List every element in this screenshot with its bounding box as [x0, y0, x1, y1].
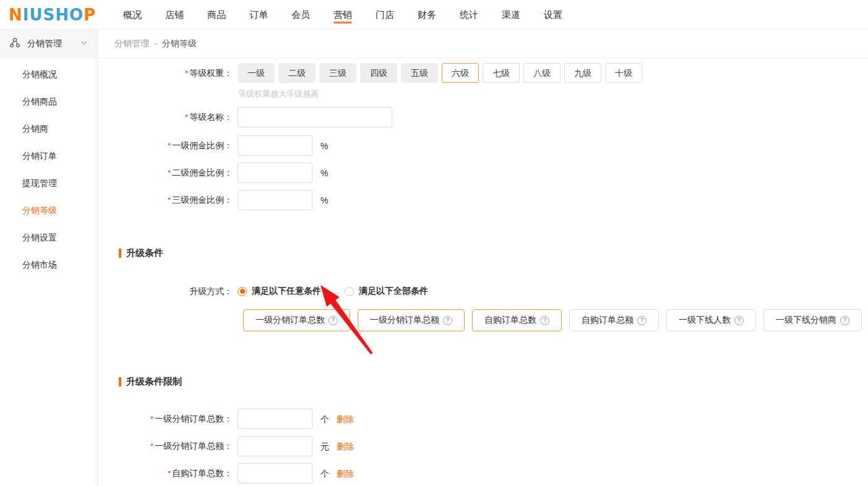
main-nav: 概况 店铺 商品 订单 会员 营销 门店 财务 统计 渠道 设置 — [123, 0, 586, 30]
commission-3-unit: % — [320, 190, 328, 210]
upgrade-limit-title: 升级条件限制 — [119, 376, 868, 388]
radio-selected-icon — [238, 287, 247, 296]
niushop-logo[interactable]: NIUSHOP — [9, 6, 123, 24]
commission-1-unit: % — [320, 136, 328, 156]
commission-1-input[interactable] — [238, 135, 312, 156]
required-mark: * — [168, 195, 171, 205]
limit-2-input[interactable] — [238, 436, 312, 456]
nav-item-statistics[interactable]: 统计 — [460, 0, 478, 30]
nav-item-channels[interactable]: 渠道 — [502, 0, 520, 30]
level-button-7[interactable]: 七级 — [483, 63, 520, 83]
required-mark: * — [185, 113, 188, 122]
commission-2-input[interactable] — [238, 163, 312, 183]
level-weight-hint: 等级权重越大等级越高 — [238, 88, 868, 100]
commission-3-input[interactable] — [238, 190, 312, 210]
chevron-down-icon — [80, 38, 88, 49]
level-button-6[interactable]: 六级 — [442, 63, 479, 83]
nav-item-members[interactable]: 会员 — [291, 0, 310, 30]
required-mark: * — [185, 69, 188, 78]
limit-row-1: *一级分销订单总数： 个 删除 — [98, 409, 868, 429]
cond-btn-downline-distributors[interactable]: 一级下线分销商 ? — [763, 309, 862, 331]
level-name-input[interactable] — [238, 107, 392, 127]
help-icon[interactable]: ? — [540, 316, 549, 325]
limit-row-3: *自购订单总数： 个 删除 — [98, 463, 868, 484]
sidebar-item-distribution-orders[interactable]: 分销订单 — [0, 142, 97, 169]
radio-any-condition[interactable]: 满足以下任意条件 — [238, 286, 321, 297]
limit-2-label: *一级分销订单总额： — [98, 436, 238, 456]
required-mark: * — [168, 168, 171, 177]
level-button-3[interactable]: 三级 — [319, 63, 356, 83]
breadcrumb-current: 分销等级 — [162, 38, 197, 49]
level-weight-row: *等级权重： 一级 二级 三级 四级 五级 六级 七级 八级 九级 十级 — [98, 63, 868, 83]
level-button-9[interactable]: 九级 — [564, 63, 601, 83]
help-icon[interactable]: ? — [443, 316, 452, 325]
nav-item-orders[interactable]: 订单 — [249, 0, 268, 30]
radio-all-conditions[interactable]: 满足以下全部条件 — [345, 286, 428, 297]
main-content: 分销管理 - 分销等级 *等级权重： 一级 二级 三级 四级 五级 — [98, 30, 868, 486]
limit-1-delete-link[interactable]: 删除 — [337, 409, 354, 429]
help-icon[interactable]: ? — [329, 316, 338, 325]
nav-item-shop[interactable]: 店铺 — [165, 0, 184, 30]
limit-2-unit: 元 — [320, 437, 329, 456]
limit-1-label: *一级分销订单总数： — [98, 409, 238, 429]
commission-row-1: *一级佣金比例： % — [98, 135, 868, 156]
required-mark: * — [150, 414, 153, 424]
nav-item-marketing[interactable]: 营销 — [333, 0, 352, 30]
sidebar-group-label: 分销管理 — [27, 38, 62, 49]
help-icon[interactable]: ? — [734, 316, 744, 325]
nav-item-finance[interactable]: 财务 — [418, 0, 436, 30]
level-weight-label: *等级权重： — [98, 63, 238, 83]
sidebar-item-distribution-goods[interactable]: 分销商品 — [0, 88, 97, 115]
level-button-8[interactable]: 八级 — [523, 63, 561, 83]
level-button-4[interactable]: 四级 — [360, 63, 397, 83]
sidebar-item-distribution-settings[interactable]: 分销设置 — [0, 224, 97, 251]
level-button-1[interactable]: 一级 — [238, 63, 275, 83]
help-icon[interactable]: ? — [637, 316, 647, 325]
sidebar: 分销管理 分销概况 分销商品 分销商 分销订单 提现管理 分销等级 分销设置 分… — [0, 30, 98, 486]
commission-3-label: *三级佣金比例： — [98, 190, 238, 210]
help-icon[interactable]: ? — [840, 316, 849, 325]
nav-item-stores[interactable]: 门店 — [376, 0, 394, 30]
level-button-10[interactable]: 十级 — [605, 63, 642, 83]
sidebar-menu: 分销概况 分销商品 分销商 分销订单 提现管理 分销等级 分销设置 分销市场 — [0, 58, 97, 278]
limit-row-2: *一级分销订单总额： 元 删除 — [98, 436, 868, 456]
logo-segment: IUSHO — [23, 6, 84, 24]
level-button-5[interactable]: 五级 — [401, 63, 438, 83]
required-mark: * — [168, 469, 171, 478]
cond-btn-downline-count[interactable]: 一级下线人数 ? — [666, 309, 756, 331]
limit-3-label: *自购订单总数： — [98, 463, 238, 484]
cond-btn-self-order-count[interactable]: 自购订单总数 ? — [472, 309, 562, 331]
condition-buttons: 一级分销订单总数 ? 一级分销订单总额 ? 自购订单总数 ? 自购订单总额 ? — [243, 309, 868, 331]
cond-btn-l1-order-count[interactable]: 一级分销订单总数 ? — [243, 309, 350, 331]
sidebar-item-withdrawal[interactable]: 提现管理 — [0, 169, 97, 197]
logo-segment: N — [9, 6, 23, 24]
limit-1-input[interactable] — [238, 409, 312, 429]
upgrade-condition-title: 升级条件 — [119, 247, 868, 259]
nav-item-goods[interactable]: 商品 — [207, 0, 226, 30]
app-window: NIUSHOP 概况 店铺 商品 订单 会员 营销 门店 财务 统计 渠道 设置 — [0, 0, 868, 486]
limit-3-delete-link[interactable]: 删除 — [337, 464, 354, 484]
cond-btn-self-order-amount[interactable]: 自购订单总额 ? — [569, 309, 659, 331]
limit-1-unit: 个 — [320, 409, 329, 429]
sidebar-item-distributors[interactable]: 分销商 — [0, 115, 97, 142]
breadcrumb: 分销管理 - 分销等级 — [98, 30, 868, 58]
radio-unselected-icon — [345, 287, 354, 296]
nav-item-settings[interactable]: 设置 — [544, 0, 562, 30]
breadcrumb-parent[interactable]: 分销管理 — [114, 38, 149, 49]
sidebar-item-distribution-overview[interactable]: 分销概况 — [0, 61, 97, 88]
nav-item-overview[interactable]: 概况 — [123, 0, 142, 30]
sidebar-item-distribution-level[interactable]: 分销等级 — [0, 197, 97, 224]
limit-3-input[interactable] — [238, 463, 312, 484]
commission-1-label: *一级佣金比例： — [98, 135, 238, 156]
limit-2-delete-link[interactable]: 删除 — [337, 437, 354, 456]
cond-btn-l1-order-amount[interactable]: 一级分销订单总额 ? — [358, 309, 465, 331]
distribution-icon — [9, 36, 21, 51]
level-button-2[interactable]: 二级 — [278, 63, 316, 83]
commission-2-label: *二级佣金比例： — [98, 163, 238, 183]
level-name-row: *等级名称： — [98, 107, 868, 127]
logo-segment: P — [84, 6, 96, 24]
sidebar-item-distribution-market[interactable]: 分销市场 — [0, 251, 97, 278]
upgrade-mode-label: 升级方式： — [98, 286, 238, 297]
sidebar-group-distribution[interactable]: 分销管理 — [0, 30, 97, 58]
level-weight-options: 一级 二级 三级 四级 五级 六级 七级 八级 九级 十级 — [238, 63, 646, 83]
